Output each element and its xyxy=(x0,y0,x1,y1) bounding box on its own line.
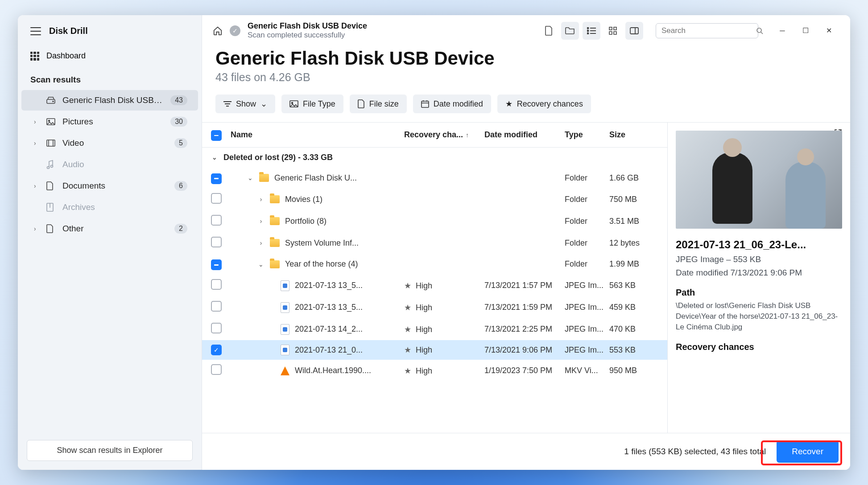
show-in-explorer-button[interactable]: Show scan results in Explorer xyxy=(27,440,193,461)
search-box[interactable] xyxy=(656,23,758,38)
row-checkbox[interactable] xyxy=(211,301,222,312)
select-all-checkbox[interactable] xyxy=(211,130,222,141)
view-list-icon[interactable] xyxy=(583,22,600,40)
row-checkbox[interactable] xyxy=(211,345,222,355)
row-checkbox[interactable] xyxy=(211,259,222,270)
dashboard-link[interactable]: Dashboard xyxy=(18,43,202,69)
sidebar-badge: 43 xyxy=(170,95,187,105)
calendar-icon xyxy=(421,100,429,108)
search-input[interactable] xyxy=(661,26,756,35)
chevron-right-icon: › xyxy=(34,118,40,125)
table-row[interactable]: 2021-07-13 13_5... ★High 7/13/2021 1:59 … xyxy=(202,296,667,318)
row-type: Folder xyxy=(565,238,609,248)
sidebar-item-audio: Audio xyxy=(21,154,198,175)
recover-button[interactable]: Recover xyxy=(777,440,839,463)
row-name: Movies (1) xyxy=(285,195,322,204)
row-size: 459 KB xyxy=(609,303,658,312)
row-checkbox[interactable] xyxy=(211,237,222,247)
svg-rect-18 xyxy=(614,27,616,30)
row-checkbox[interactable] xyxy=(211,364,222,375)
svg-rect-30 xyxy=(422,101,429,107)
sidebar-section-title: Scan results xyxy=(18,69,202,89)
dashboard-label: Dashboard xyxy=(46,51,86,61)
sidebar-item-image[interactable]: › Pictures 30 xyxy=(21,111,198,132)
table-row[interactable]: ⌄ Generic Flash Disk U... Folder 1.66 GB xyxy=(202,168,667,189)
row-name: Year of the horse (4) xyxy=(285,259,358,269)
preview-image xyxy=(676,131,842,229)
expand-icon[interactable]: › xyxy=(257,218,265,225)
row-size: 1.66 GB xyxy=(609,173,658,183)
table-row[interactable]: › Movies (1) Folder 750 MB xyxy=(202,189,667,210)
group-header[interactable]: ⌄ Deleted or lost (29) - 3.33 GB xyxy=(202,148,667,168)
breadcrumb-subtitle: Scan completed successfully xyxy=(248,31,367,40)
close-button[interactable]: ✕ xyxy=(818,22,839,40)
col-recovery[interactable]: Recovery cha...↑ xyxy=(404,130,484,140)
expand-icon[interactable]: ⌄ xyxy=(257,261,265,268)
svg-point-1 xyxy=(53,101,54,102)
image-file-icon xyxy=(281,302,289,313)
col-type[interactable]: Type xyxy=(565,130,609,140)
home-icon[interactable] xyxy=(213,26,223,36)
star-icon: ★ xyxy=(404,325,411,334)
filter-file-type[interactable]: File Type xyxy=(281,95,343,113)
view-grid-icon[interactable] xyxy=(604,22,622,40)
sidebar-item-other[interactable]: › Other 2 xyxy=(21,218,198,239)
view-file-icon[interactable] xyxy=(540,22,558,40)
sidebar-item-video[interactable]: › Video 5 xyxy=(21,133,198,153)
preview-date: Date modified 7/13/2021 9:06 PM xyxy=(676,268,842,278)
view-folder-icon[interactable] xyxy=(561,22,579,40)
expand-icon[interactable]: › xyxy=(257,239,265,247)
folder-icon xyxy=(270,217,280,225)
table-row[interactable]: 2021-07-13 13_5... ★High 7/13/2021 1:57 … xyxy=(202,275,667,296)
col-size[interactable]: Size xyxy=(609,130,658,140)
star-icon: ★ xyxy=(404,281,411,290)
table-row[interactable]: Wild.At.Heart.1990.... ★High 1/19/2023 7… xyxy=(202,360,667,382)
col-date[interactable]: Date modified xyxy=(484,130,565,140)
sidebar-item-doc[interactable]: › Documents 6 xyxy=(21,176,198,196)
preview-panel: 2021-07-13 21_06_23-Le... JPEG Image – 5… xyxy=(667,123,850,433)
row-checkbox[interactable] xyxy=(211,323,222,333)
page-subtitle: 43 files on 4.26 GB xyxy=(215,71,837,84)
expand-icon[interactable]: ⌄ xyxy=(247,174,254,181)
row-type: JPEG Im... xyxy=(565,325,609,334)
maximize-button[interactable]: ☐ xyxy=(795,22,816,40)
menu-icon[interactable] xyxy=(30,27,41,35)
row-date: 7/13/2021 1:59 PM xyxy=(484,303,565,312)
table-row[interactable]: › Portfolio (8) Folder 3.51 MB xyxy=(202,210,667,232)
table-row[interactable]: › System Volume Inf... Folder 12 bytes xyxy=(202,232,667,254)
image-file-icon xyxy=(281,345,289,355)
app-title: Disk Drill xyxy=(49,26,88,36)
table-row[interactable]: ⌄ Year of the horse (4) Folder 1.99 MB xyxy=(202,254,667,275)
footer: 1 files (553 KB) selected, 43 files tota… xyxy=(202,433,850,470)
filter-recovery-chances[interactable]: ★ Recovery chances xyxy=(497,95,591,113)
chevron-right-icon: › xyxy=(34,140,40,147)
filter-show[interactable]: Show ⌄ xyxy=(215,95,275,113)
preview-path-label: Path xyxy=(676,288,842,298)
filter-file-size[interactable]: File size xyxy=(350,95,407,113)
filter-date-modified[interactable]: Date modified xyxy=(413,95,491,113)
chevron-down-icon[interactable]: ⌄ xyxy=(211,154,218,161)
sidebar-item-label: Video xyxy=(62,138,168,148)
row-checkbox[interactable] xyxy=(211,173,222,184)
minimize-button[interactable]: ─ xyxy=(772,22,793,40)
preview-recovery-label: Recovery chances xyxy=(676,342,842,352)
file-table[interactable]: Name Recovery cha...↑ Date modified Type… xyxy=(202,123,667,433)
sidebar-item-label: Pictures xyxy=(62,117,164,127)
expand-icon[interactable]: › xyxy=(257,196,265,203)
col-name[interactable]: Name xyxy=(231,130,404,140)
row-checkbox[interactable] xyxy=(211,215,222,226)
audio-icon xyxy=(46,160,56,169)
row-type: JPEG Im... xyxy=(565,303,609,312)
folder-icon xyxy=(259,174,269,182)
breadcrumb-title: Generic Flash Disk USB Device xyxy=(248,21,367,31)
row-checkbox[interactable] xyxy=(211,279,222,290)
doc-icon xyxy=(46,181,56,190)
row-name: 2021-07-13 14_2... xyxy=(295,325,363,334)
row-checkbox[interactable] xyxy=(211,193,222,204)
table-row[interactable]: 2021-07-13 14_2... ★High 7/13/2021 2:25 … xyxy=(202,318,667,340)
sort-asc-icon: ↑ xyxy=(466,132,469,139)
other-icon xyxy=(46,224,56,233)
sidebar-item-drive[interactable]: Generic Flash Disk USB D... 43 xyxy=(21,90,198,111)
table-row[interactable]: 2021-07-13 21_0... ★High 7/13/2021 9:06 … xyxy=(202,340,667,360)
view-panel-icon[interactable] xyxy=(625,22,643,40)
